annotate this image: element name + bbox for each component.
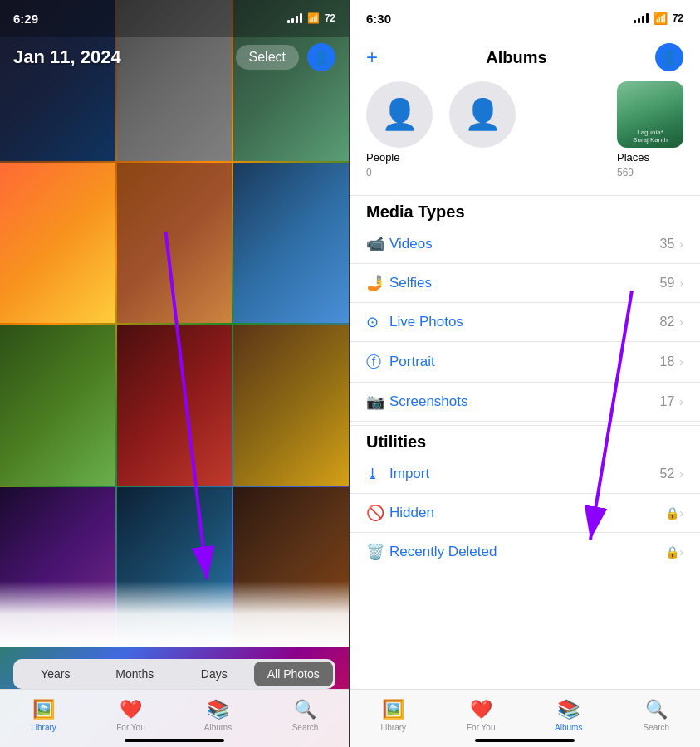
bottom-fade — [0, 581, 349, 647]
right-wifi-icon: 📶 — [653, 12, 668, 25]
screenshots-count: 17 — [660, 394, 675, 409]
live-photos-icon: ⊙ — [366, 313, 389, 331]
right-nav-search-label: Search — [643, 723, 669, 732]
people-item-2[interactable]: 👤 — [449, 81, 516, 178]
person-placeholder-icon-2: 👤 — [464, 97, 502, 132]
add-album-button[interactable]: + — [366, 46, 378, 69]
hidden-chevron: › — [679, 506, 683, 520]
nav-foryou-label: For You — [116, 723, 144, 732]
video-icon: 📹 — [366, 235, 389, 253]
list-item-screenshots[interactable]: 📷 Screenshots 17 › — [350, 383, 700, 422]
list-item-recently-deleted[interactable]: 🗑️ Recently Deleted 🔒 › — [350, 533, 700, 571]
import-icon: ⤓ — [366, 465, 389, 483]
albums-content[interactable]: + Albums 👤 👤 People 0 👤 — [350, 37, 700, 689]
screenshots-chevron: › — [679, 395, 683, 408]
nav-library-label: Library — [31, 723, 56, 732]
nav-search-label: Search — [292, 723, 319, 732]
right-nav-search[interactable]: 🔍 Search — [613, 690, 701, 747]
albums-header: + Albums 👤 — [350, 37, 700, 81]
albums-icon: 📚 — [207, 699, 229, 720]
list-item-videos[interactable]: 📹 Videos 35 › — [350, 225, 700, 264]
people-item[interactable]: 👤 People 0 — [366, 81, 433, 178]
nav-library[interactable]: 🖼️ Library — [0, 690, 87, 747]
selfie-icon: 🤳 — [366, 274, 389, 292]
import-count: 52 — [660, 466, 675, 481]
list-item-portrait[interactable]: ⓕ Portrait 18 › — [350, 342, 700, 383]
tab-all-photos[interactable]: All Photos — [254, 662, 334, 686]
tab-days[interactable]: Days — [174, 662, 254, 686]
left-status-icons: 📶 72 — [287, 12, 335, 24]
right-nav-foryou-label: For You — [467, 723, 495, 732]
people-avatar: 👤 — [366, 81, 433, 148]
right-time: 6:30 — [366, 12, 391, 26]
map-thumb: Lagunia*Suraj Kanth — [617, 81, 683, 148]
photo-tile — [117, 163, 233, 324]
people-label: People — [366, 151, 433, 164]
recently-deleted-lock-icon: 🔒 — [665, 545, 679, 559]
person-icon-right: 👤 — [661, 50, 678, 66]
list-item-import[interactable]: ⤓ Import 52 › — [350, 455, 700, 494]
signal-icon — [287, 13, 302, 23]
map-location-label: Lagunia*Suraj Kanth — [633, 129, 668, 144]
right-status-icons: 📶 72 — [634, 12, 683, 25]
nav-albums-label: Albums — [204, 723, 232, 732]
screenshots-icon: 📷 — [366, 393, 389, 411]
right-library-icon: 🖼️ — [382, 699, 404, 720]
portrait-icon: ⓕ — [366, 352, 389, 372]
left-home-indicator — [125, 739, 224, 742]
right-home-indicator — [475, 739, 575, 742]
videos-count: 35 — [660, 237, 675, 251]
places-label: Places — [617, 151, 683, 164]
places-thumb: Lagunia*Suraj Kanth — [617, 81, 683, 148]
left-phone: 6:29 📶 72 — [0, 0, 350, 747]
photo-tile — [0, 163, 115, 324]
selfies-label: Selfies — [389, 275, 660, 291]
trash-icon: 🗑️ — [366, 543, 389, 561]
library-icon: 🖼️ — [32, 699, 55, 720]
left-status-bar: 6:29 📶 72 — [0, 0, 349, 37]
places-count: 569 — [617, 167, 683, 178]
right-avatar-button[interactable]: 👤 — [655, 43, 683, 71]
live-photos-chevron: › — [679, 315, 683, 329]
right-status-bar: 6:30 📶 72 — [350, 0, 700, 37]
right-battery: 72 — [673, 12, 683, 24]
left-time: 6:29 — [13, 12, 38, 26]
recently-deleted-chevron: › — [679, 545, 683, 559]
screenshots-label: Screenshots — [389, 393, 660, 410]
right-nav-library[interactable]: 🖼️ Library — [350, 690, 438, 747]
photo-tile — [233, 163, 349, 324]
portrait-chevron: › — [679, 355, 683, 369]
list-item-live-photos[interactable]: ⊙ Live Photos 82 › — [350, 303, 700, 342]
videos-chevron: › — [679, 237, 683, 251]
selfies-chevron: › — [679, 276, 683, 290]
battery-left: 72 — [325, 12, 335, 24]
tabs-segment[interactable]: Years Months Days All Photos — [13, 659, 335, 689]
people-places-row: 👤 People 0 👤 Lagunia*Suraj Kanth Places — [350, 81, 700, 192]
selfies-count: 59 — [660, 276, 675, 290]
videos-label: Videos — [389, 236, 660, 252]
left-avatar-button[interactable]: 👤 — [307, 43, 335, 71]
select-button[interactable]: Select — [236, 45, 299, 70]
import-chevron: › — [679, 467, 683, 481]
portrait-count: 18 — [660, 354, 675, 369]
photo-tile — [0, 325, 115, 486]
right-heart-icon: ❤️ — [470, 699, 492, 720]
places-item[interactable]: Lagunia*Suraj Kanth Places 569 — [617, 81, 683, 178]
right-nav-library-label: Library — [380, 723, 406, 732]
people-avatar-2: 👤 — [449, 81, 516, 148]
hidden-icon: 🚫 — [366, 504, 389, 522]
nav-search[interactable]: 🔍 Search — [262, 690, 349, 747]
person-icon: 👤 — [313, 50, 330, 66]
media-types-header: Media Types — [350, 195, 700, 225]
list-item-selfies[interactable]: 🤳 Selfies 59 › — [350, 264, 700, 303]
header-right: Select 👤 — [236, 43, 335, 71]
tab-months[interactable]: Months — [95, 662, 175, 686]
hidden-lock-icon: 🔒 — [665, 506, 679, 520]
albums-title: Albums — [486, 48, 546, 67]
right-albums-icon: 📚 — [557, 699, 580, 720]
photo-tile — [233, 325, 349, 486]
people-count: 0 — [366, 167, 433, 178]
tab-years[interactable]: Years — [16, 662, 95, 686]
list-item-hidden[interactable]: 🚫 Hidden 🔒 › — [350, 494, 700, 533]
import-label: Import — [389, 466, 660, 482]
